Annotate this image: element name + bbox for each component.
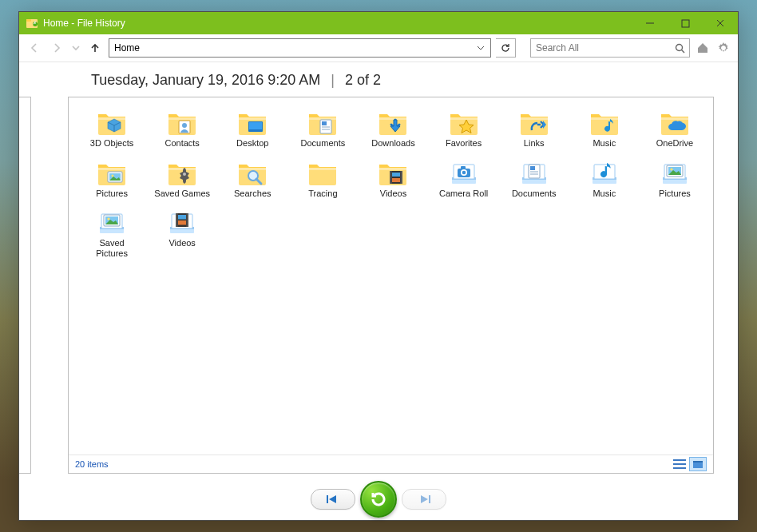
file-item-label: Tracing <box>308 189 337 199</box>
file-item-label: Favorites <box>446 138 482 149</box>
svg-rect-1 <box>26 19 31 22</box>
file-item-label: Desktop <box>236 138 268 149</box>
address-input[interactable] <box>113 42 474 54</box>
svg-rect-12 <box>693 461 703 463</box>
restore-button[interactable] <box>360 481 397 518</box>
address-bar[interactable] <box>109 38 491 58</box>
file-item[interactable]: Tracing <box>287 156 358 203</box>
svg-rect-13 <box>327 495 328 503</box>
next-version-button[interactable] <box>402 489 446 510</box>
recent-locations-button[interactable] <box>70 39 81 57</box>
folder-pictures-icon <box>96 160 128 187</box>
file-history-window: Home - File History <box>18 11 739 521</box>
file-item-label: Searches <box>234 189 271 199</box>
folder-plain-icon <box>307 160 339 187</box>
lib-documents-icon <box>518 160 550 187</box>
svg-rect-10 <box>673 467 686 469</box>
folder-music-icon <box>589 109 620 137</box>
up-button[interactable] <box>86 39 104 57</box>
folder-videos-icon <box>377 160 409 187</box>
lib-videos-icon <box>166 209 198 236</box>
snapshot-datetime: Tuesday, January 19, 2016 9:20 AM <box>91 72 320 88</box>
file-item[interactable]: Pictures <box>77 156 147 203</box>
svg-rect-3 <box>682 20 689 27</box>
details-view-button[interactable] <box>672 458 688 470</box>
file-item[interactable]: Contacts <box>147 105 217 153</box>
snapshot-page-indicator: 2 of 2 <box>345 72 381 88</box>
titlebar: Home - File History <box>19 12 738 34</box>
folder-links-icon <box>518 109 550 137</box>
search-icon[interactable] <box>673 43 686 54</box>
forward-button[interactable] <box>48 39 65 57</box>
file-item-label: OneDrive <box>656 138 693 149</box>
folder-desktop-icon <box>236 109 268 137</box>
file-item[interactable]: Links <box>499 105 569 153</box>
file-item-label: 3D Objects <box>90 138 133 149</box>
file-item-label: Videos <box>380 189 406 199</box>
previous-version-button[interactable] <box>311 489 355 510</box>
svg-rect-14 <box>429 495 430 503</box>
search-box[interactable] <box>530 38 690 58</box>
file-item-label: Saved Pictures <box>84 238 140 258</box>
navigation-controls <box>19 478 738 520</box>
file-item-label: Videos <box>168 238 195 248</box>
folder-3d-icon <box>96 109 128 137</box>
folder-favorites-icon <box>448 109 480 137</box>
file-item[interactable]: Downloads <box>358 105 428 153</box>
header-separator: | <box>331 72 335 88</box>
svg-rect-9 <box>673 463 686 465</box>
file-item-label: Pictures <box>96 189 128 199</box>
file-item-label: Documents <box>301 138 346 149</box>
folder-savedgames-icon <box>166 160 198 187</box>
file-item[interactable]: Videos <box>147 205 217 262</box>
folder-contacts-icon <box>166 109 198 137</box>
file-item-label: Music <box>593 189 616 199</box>
folder-onedrive-icon <box>659 109 691 137</box>
file-item[interactable]: Favorites <box>429 105 499 153</box>
lib-pictures-icon <box>96 209 128 236</box>
lib-music-icon <box>589 160 620 187</box>
file-item[interactable]: Music <box>569 105 640 153</box>
toolbar <box>19 34 738 62</box>
file-item[interactable]: Desktop <box>217 105 287 153</box>
item-count-label: 20 items <box>75 459 109 469</box>
refresh-button[interactable] <box>496 38 516 58</box>
svg-rect-8 <box>673 459 686 461</box>
maximize-button[interactable] <box>668 12 703 34</box>
file-item[interactable]: Saved Games <box>147 156 217 203</box>
file-item[interactable]: Documents <box>287 105 358 153</box>
file-item-label: Music <box>593 138 616 149</box>
search-input[interactable] <box>534 42 673 54</box>
file-item-label: Pictures <box>659 189 691 199</box>
file-item[interactable]: Saved Pictures <box>77 205 147 262</box>
status-bar: 20 items <box>69 455 713 473</box>
lib-camera-icon <box>448 160 480 187</box>
app-icon <box>26 17 38 30</box>
previous-snapshot-edge[interactable] <box>19 97 31 474</box>
file-item[interactable]: 3D Objects <box>77 105 147 153</box>
content-row: 3D ObjectsContactsDesktopDocumentsDownlo… <box>43 97 714 474</box>
file-item[interactable]: Music <box>569 156 640 203</box>
minimize-button[interactable] <box>632 12 668 34</box>
address-dropdown-icon[interactable] <box>474 44 487 52</box>
file-item[interactable]: OneDrive <box>640 105 710 153</box>
file-item-label: Links <box>524 138 545 149</box>
file-item[interactable]: Documents <box>499 156 569 203</box>
file-item-label: Downloads <box>371 138 414 149</box>
file-item[interactable]: Pictures <box>640 156 710 203</box>
back-button[interactable] <box>26 39 43 57</box>
file-item[interactable]: Camera Roll <box>429 156 499 203</box>
file-item-label: Camera Roll <box>439 189 488 199</box>
icons-view-button[interactable] <box>689 457 707 471</box>
settings-button[interactable] <box>715 40 731 56</box>
file-item-label: Saved Games <box>154 189 210 199</box>
home-button[interactable] <box>695 40 711 56</box>
snapshot-header: Tuesday, January 19, 2016 9:20 AM | 2 of… <box>91 72 666 89</box>
close-button[interactable] <box>703 12 738 34</box>
file-item[interactable]: Videos <box>358 156 428 203</box>
svg-point-6 <box>676 44 682 50</box>
file-item[interactable]: Searches <box>217 156 287 203</box>
file-item-label: Contacts <box>164 138 199 149</box>
folder-downloads-icon <box>377 109 409 137</box>
svg-line-7 <box>681 50 684 53</box>
